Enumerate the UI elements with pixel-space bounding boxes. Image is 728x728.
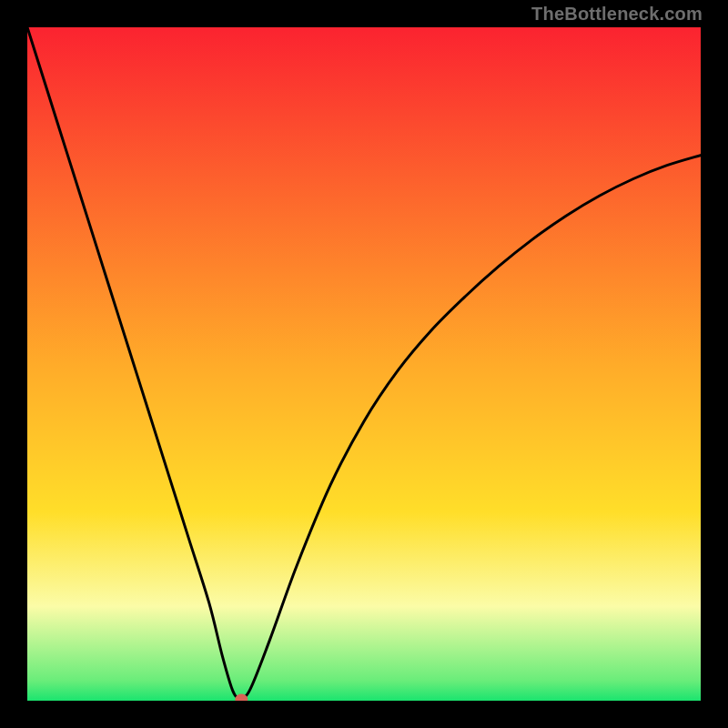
chart-frame: TheBottleneck.com	[0, 0, 728, 728]
chart-svg	[27, 27, 701, 701]
gradient-background	[27, 27, 701, 701]
watermark-text: TheBottleneck.com	[531, 4, 703, 25]
plot-area	[27, 27, 701, 701]
